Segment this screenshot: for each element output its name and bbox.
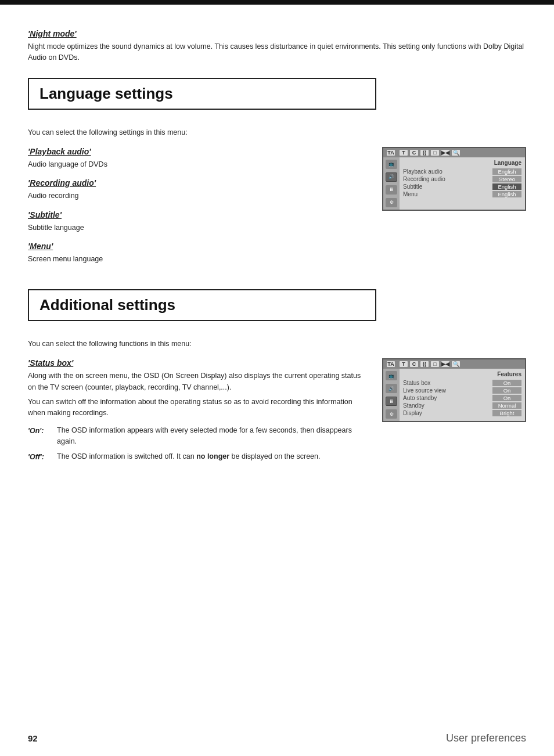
- additional-settings-intro: You can select the following functions i…: [28, 340, 526, 348]
- lang-row-0-label: Playback audio: [403, 168, 443, 175]
- language-settings-box: Language settings: [28, 78, 376, 110]
- osd-sidebar-icon-1: 📺: [386, 160, 397, 169]
- lang-row-3-value: English: [492, 191, 521, 197]
- add-row-2-label: Auto standby: [403, 395, 437, 401]
- language-osd-topbar: TA T C (( □ ▶◀ 🔍: [383, 148, 525, 157]
- osd-top-icons: T C (( □ ▶◀ 🔍: [400, 150, 460, 156]
- additional-settings-box: Additional settings: [28, 289, 376, 321]
- lang-row-0-value: English: [492, 168, 521, 175]
- off-text-post: be displayed on the screen.: [229, 452, 320, 460]
- language-settings-title: Language settings: [39, 85, 365, 103]
- add-osd-sidebar-icon-3: 🖥: [386, 397, 397, 406]
- additional-osd-sidebar: 📺 🔊 🖥 ⚙: [383, 369, 400, 421]
- off-label: 'Off':: [28, 451, 51, 463]
- playback-audio-desc: Audio language of DVDs: [28, 159, 368, 170]
- add-row-2-value: On: [492, 395, 521, 401]
- language-settings-intro: You can select the following settings in…: [28, 128, 526, 136]
- add-osd-sidebar-icon-1: 📺: [386, 371, 397, 380]
- osd-sidebar-icon-2: 🔊: [386, 172, 397, 182]
- add-row-3-value: Normal: [492, 402, 521, 409]
- add-osd-top-icons: T C (( □ ▶◀ 🔍: [400, 361, 460, 367]
- off-text-pre: The OSD information is switched off. It …: [57, 452, 196, 460]
- additional-osd-body: 📺 🔊 🖥 ⚙ Features Status box On Live sour…: [383, 369, 525, 421]
- night-mode-heading: 'Night mode': [28, 29, 526, 38]
- playback-audio-section: 'Playback audio' Audio language of DVDs: [28, 147, 368, 170]
- language-osd-sidebar: 📺 🔊 🖥 ⚙: [383, 157, 400, 210]
- top-bar: [0, 0, 554, 5]
- osd-sidebar-icon-4: ⚙: [386, 198, 397, 207]
- language-settings-content: 'Playback audio' Audio language of DVDs …: [28, 147, 526, 273]
- add-osd-row-3: Standby Normal: [403, 402, 521, 409]
- status-box-heading: 'Status box': [28, 358, 368, 368]
- add-row-0-value: On: [492, 380, 521, 386]
- osd-ta-icon: TA: [387, 150, 395, 156]
- add-osd-film-icon: ▶◀: [441, 361, 449, 367]
- subtitle-section: 'Subtitle' Subtitle language: [28, 210, 368, 233]
- add-osd-box-icon: □: [431, 361, 439, 367]
- osd-box-icon: □: [431, 150, 439, 156]
- language-osd-panel-container: TA T C (( □ ▶◀ 🔍 📺 🔊 🖥 ⚙: [382, 147, 526, 211]
- status-box-desc1: Along with the on screen menu, the OSD (…: [28, 370, 368, 393]
- add-osd-row-4: Display Bright: [403, 410, 521, 416]
- footer: 92 User preferences: [28, 732, 526, 744]
- osd-c-icon: C: [410, 150, 418, 156]
- night-mode-description: Night mode optimizes the sound dynamics …: [28, 41, 526, 64]
- osd-wave-icon: ((: [420, 150, 429, 156]
- additional-settings-left: 'Status box' Along with the on screen me…: [28, 358, 368, 470]
- osd-t-icon: T: [400, 150, 408, 156]
- menu-section: 'Menu' Screen menu language: [28, 242, 368, 265]
- lang-row-1-label: Recording audio: [403, 176, 445, 182]
- add-row-1-label: Live source view: [403, 387, 446, 394]
- language-osd-body: 📺 🔊 🖥 ⚙ Language Playback audio English …: [383, 157, 525, 210]
- status-box-desc2: You can switch off the information about…: [28, 397, 368, 419]
- add-osd-search-icon: 🔍: [452, 361, 460, 367]
- playback-audio-heading: 'Playback audio': [28, 147, 368, 156]
- language-osd-title: Language: [403, 160, 521, 166]
- status-box-off-block: 'Off': The OSD information is switched o…: [28, 451, 368, 463]
- footer-title: User preferences: [446, 732, 526, 744]
- language-settings-left: 'Playback audio' Audio language of DVDs …: [28, 147, 368, 273]
- osd-sidebar-icon-3: 🖥: [386, 185, 397, 195]
- language-osd-row-2: Subtitle English: [403, 183, 521, 190]
- language-osd-main: Language Playback audio English Recordin…: [400, 157, 525, 210]
- add-row-0-label: Status box: [403, 380, 430, 386]
- additional-osd-main: Features Status box On Live source view …: [400, 369, 525, 421]
- status-box-on-block: 'On': The OSD information appears with e…: [28, 425, 368, 448]
- add-osd-wave-icon: ((: [420, 361, 429, 367]
- osd-film-icon: ▶◀: [441, 150, 449, 156]
- add-row-4-label: Display: [403, 410, 422, 416]
- subtitle-heading: 'Subtitle': [28, 210, 368, 219]
- add-row-4-value: Bright: [492, 410, 521, 416]
- lang-row-2-value: English: [492, 183, 521, 190]
- status-box-section: 'Status box' Along with the on screen me…: [28, 358, 368, 462]
- recording-audio-section: 'Recording audio' Audio recording: [28, 178, 368, 201]
- add-osd-sidebar-icon-2: 🔊: [386, 384, 397, 393]
- on-text: The OSD information appears with every s…: [57, 425, 368, 448]
- off-text: The OSD information is switched off. It …: [57, 451, 320, 463]
- language-osd-panel: TA T C (( □ ▶◀ 🔍 📺 🔊 🖥 ⚙: [382, 147, 526, 211]
- add-row-3-label: Standby: [403, 402, 425, 409]
- lang-row-3-label: Menu: [403, 191, 418, 197]
- add-osd-row-1: Live source view On: [403, 387, 521, 394]
- night-mode-section: 'Night mode' Night mode optimizes the so…: [28, 29, 526, 64]
- add-osd-sidebar-icon-4: ⚙: [386, 409, 397, 419]
- additional-settings-content: 'Status box' Along with the on screen me…: [28, 358, 526, 470]
- recording-audio-heading: 'Recording audio': [28, 178, 368, 188]
- additional-osd-panel-container: TA T C (( □ ▶◀ 🔍 📺 🔊 🖥 ⚙: [382, 358, 526, 422]
- language-osd-row-0: Playback audio English: [403, 168, 521, 175]
- menu-heading: 'Menu': [28, 242, 368, 251]
- lang-row-2-label: Subtitle: [403, 183, 422, 190]
- add-osd-row-2: Auto standby On: [403, 395, 521, 401]
- language-osd-row-1: Recording audio Stereo: [403, 176, 521, 182]
- lang-row-1-value: Stereo: [492, 176, 521, 182]
- recording-audio-desc: Audio recording: [28, 190, 368, 201]
- subtitle-desc: Subtitle language: [28, 222, 368, 233]
- additional-osd-topbar: TA T C (( □ ▶◀ 🔍: [383, 359, 525, 369]
- add-osd-c-icon: C: [410, 361, 418, 367]
- on-label: 'On':: [28, 425, 51, 448]
- off-text-bold: no longer: [196, 452, 229, 460]
- additional-settings-title: Additional settings: [39, 296, 365, 314]
- add-osd-row-0: Status box On: [403, 380, 521, 386]
- additional-osd-panel: TA T C (( □ ▶◀ 🔍 📺 🔊 🖥 ⚙: [382, 358, 526, 422]
- menu-desc: Screen menu language: [28, 254, 368, 265]
